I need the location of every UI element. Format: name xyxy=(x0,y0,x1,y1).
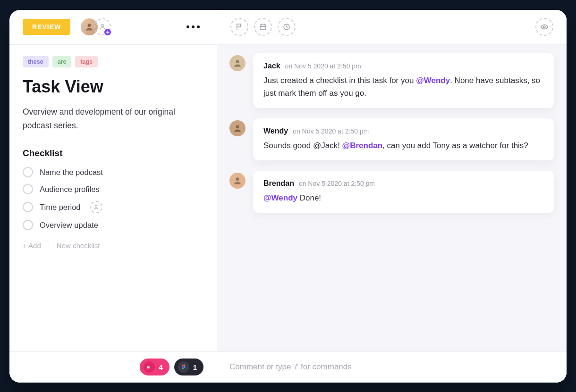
comment-input[interactable] xyxy=(229,362,554,372)
checklist-item[interactable]: Audience profiles xyxy=(23,184,203,194)
mention[interactable]: @Wendy xyxy=(416,76,450,85)
assign-item-button[interactable] xyxy=(90,201,102,213)
comment-body: Just created a checklist in this task fo… xyxy=(263,74,544,100)
comment-timestamp: on Nov 5 2020 at 2:50 pm xyxy=(285,62,361,70)
new-checklist-button[interactable]: New checklist xyxy=(57,242,100,250)
svg-point-6 xyxy=(182,366,184,368)
composer-bar xyxy=(217,351,567,383)
figma-count: 1 xyxy=(193,363,197,371)
activity-pane: Jackon Nov 5 2020 at 2:50 pmJust created… xyxy=(217,10,567,383)
right-header xyxy=(217,10,567,45)
task-description: Overview and development of our original… xyxy=(23,105,203,133)
mention[interactable]: @Brendan xyxy=(342,141,383,150)
svg-point-11 xyxy=(543,26,545,28)
comment-author: Brendan xyxy=(263,179,294,188)
svg-point-8 xyxy=(182,368,184,370)
svg-point-14 xyxy=(236,177,239,181)
checklist-item-label: Audience profiles xyxy=(40,185,100,194)
invision-pill[interactable]: in 4 xyxy=(140,359,169,375)
tag[interactable]: are xyxy=(52,56,72,67)
left-footer: in 4 1 xyxy=(9,351,217,383)
comment-timestamp: on Nov 5 2020 at 2:50 pm xyxy=(299,180,375,187)
figma-icon xyxy=(178,361,189,373)
checkbox[interactable] xyxy=(23,184,33,194)
task-card: REVIEW + thesearetags Task View Overview… xyxy=(9,10,567,383)
svg-rect-9 xyxy=(260,25,266,30)
comment-avatar[interactable] xyxy=(229,173,246,189)
due-date-button[interactable] xyxy=(254,18,272,36)
checklist-item-label: Time period xyxy=(40,203,81,212)
assignee-group: + xyxy=(81,18,111,35)
status-chip[interactable]: REVIEW xyxy=(23,19,70,35)
svg-point-13 xyxy=(236,125,239,128)
comment: Brendanon Nov 5 2020 at 2:50 pm@Wendy Do… xyxy=(229,171,554,213)
figma-pill[interactable]: 1 xyxy=(174,359,203,375)
task-title: Task View xyxy=(23,77,203,97)
svg-point-2 xyxy=(95,205,97,207)
checklist-item[interactable]: Time period xyxy=(23,201,203,213)
comment-avatar[interactable] xyxy=(229,120,246,136)
comment: Jackon Nov 5 2020 at 2:50 pmJust created… xyxy=(229,53,554,108)
comment: Wendyon Nov 5 2020 at 2:50 pmSounds good… xyxy=(229,118,554,160)
comment-avatar[interactable] xyxy=(229,55,246,71)
svg-point-4 xyxy=(182,365,184,367)
flag-icon xyxy=(235,23,244,31)
invision-icon: in xyxy=(144,361,155,373)
plus-icon: + xyxy=(103,28,112,36)
svg-point-12 xyxy=(236,60,239,63)
svg-point-7 xyxy=(184,366,186,368)
comment-timestamp: on Nov 5 2020 at 2:50 pm xyxy=(293,127,369,135)
svg-text:in: in xyxy=(147,365,151,369)
calendar-icon xyxy=(259,23,267,31)
checklist-item[interactable]: Overview update xyxy=(23,220,203,230)
checklist-item[interactable]: Name the podcast xyxy=(23,167,203,177)
comment-author: Jack xyxy=(263,62,280,70)
svg-point-1 xyxy=(102,25,104,27)
eye-icon xyxy=(540,23,549,31)
checklist-item-label: Name the podcast xyxy=(40,168,103,177)
checklist-item-label: Overview update xyxy=(40,221,98,230)
comment-bubble: Brendanon Nov 5 2020 at 2:50 pm@Wendy Do… xyxy=(253,171,554,213)
tag[interactable]: these xyxy=(23,56,49,67)
comment-body: @Wendy Done! xyxy=(263,192,544,204)
tag[interactable]: tags xyxy=(75,56,98,67)
add-assignee-button[interactable]: + xyxy=(94,18,111,35)
svg-point-0 xyxy=(88,24,91,27)
watchers-button[interactable] xyxy=(535,18,553,36)
comment-body: Sounds good @Jack! @Brendan, can you add… xyxy=(263,139,544,152)
left-body: thesearetags Task View Overview and deve… xyxy=(9,45,217,351)
divider xyxy=(49,241,49,250)
checklist: Name the podcastAudience profilesTime pe… xyxy=(23,167,203,230)
tag-list: thesearetags xyxy=(23,56,203,67)
add-item-button[interactable]: + Add xyxy=(23,242,41,250)
svg-point-5 xyxy=(184,365,186,367)
mention[interactable]: @Wendy xyxy=(263,193,297,202)
clock-icon xyxy=(282,23,291,31)
details-pane: REVIEW + thesearetags Task View Overview… xyxy=(9,10,217,383)
checklist-actions: + Add New checklist xyxy=(23,241,203,250)
checklist-heading: Checklist xyxy=(23,148,203,158)
left-header: REVIEW + xyxy=(9,10,217,45)
comment-bubble: Wendyon Nov 5 2020 at 2:50 pmSounds good… xyxy=(253,118,554,160)
comment-thread: Jackon Nov 5 2020 at 2:50 pmJust created… xyxy=(217,45,567,351)
checkbox[interactable] xyxy=(23,202,33,212)
comment-bubble: Jackon Nov 5 2020 at 2:50 pmJust created… xyxy=(253,53,554,108)
priority-button[interactable] xyxy=(230,18,248,36)
checkbox[interactable] xyxy=(23,220,33,230)
time-tracking-button[interactable] xyxy=(278,18,296,36)
comment-author: Wendy xyxy=(263,127,288,135)
invision-count: 4 xyxy=(159,363,162,371)
more-menu-button[interactable] xyxy=(183,22,203,32)
checkbox[interactable] xyxy=(23,167,33,177)
